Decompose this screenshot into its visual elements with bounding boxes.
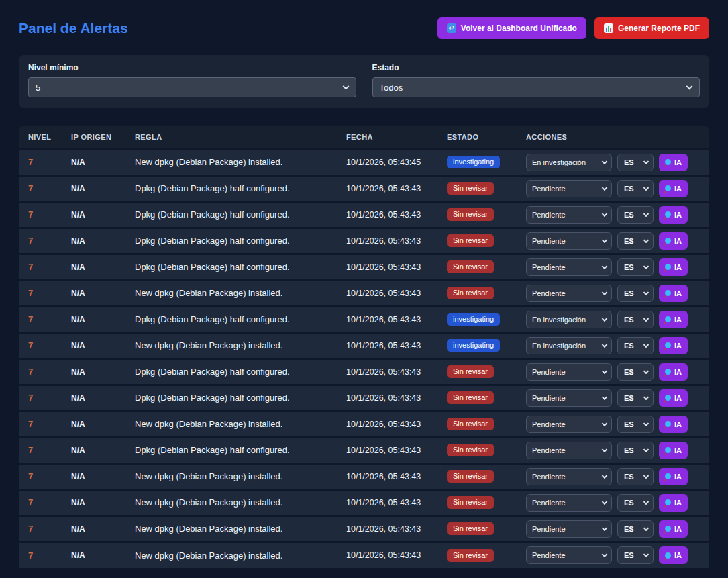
review-status-select[interactable]: Pendiente <box>526 546 612 564</box>
status-label: Estado <box>372 63 700 73</box>
ai-analyze-button[interactable]: IA <box>659 311 688 328</box>
min-level-label: Nivel mínimo <box>28 63 356 73</box>
alert-rule: Dpkg (Debian Package) half configured. <box>125 228 337 254</box>
alerts-table-container: NIVELIP ORIGENREGLAFECHAESTADOACCIONES 7… <box>19 126 709 568</box>
magnifier-icon <box>665 185 671 191</box>
alert-date: 10/1/2026, 05:43:43 <box>337 332 437 358</box>
review-status-select[interactable]: En investigación <box>526 311 612 328</box>
ai-analyze-button[interactable]: IA <box>659 180 688 197</box>
language-select[interactable]: ES <box>617 232 654 250</box>
ai-analyze-button[interactable]: IA <box>659 546 688 564</box>
language-select[interactable]: ES <box>617 337 654 354</box>
language-select[interactable]: ES <box>617 285 654 302</box>
review-status-select[interactable]: Pendiente <box>526 468 612 485</box>
alert-row: 7N/ADpkg (Debian Package) half configure… <box>19 437 709 463</box>
alert-actions-cell: En investigaciónESIA <box>517 149 709 175</box>
review-status-select[interactable]: En investigación <box>526 337 612 354</box>
language-select[interactable]: ES <box>617 494 654 512</box>
language-select[interactable]: ES <box>617 258 654 276</box>
review-status-select[interactable]: Pendiente <box>526 363 612 381</box>
review-status-select[interactable]: Pendiente <box>526 258 612 276</box>
language-select[interactable]: ES <box>617 416 654 433</box>
alert-actions-cell: PendienteESIA <box>517 516 709 542</box>
ai-button-label: IA <box>674 368 682 376</box>
ai-analyze-button[interactable]: IA <box>659 363 688 381</box>
alert-level: 7 <box>19 228 62 254</box>
language-select[interactable]: ES <box>617 520 654 538</box>
status-select[interactable]: Todos <box>372 77 700 97</box>
alert-level: 7 <box>19 542 62 568</box>
review-status-select[interactable]: Pendiente <box>526 442 612 459</box>
review-status-select[interactable]: Pendiente <box>526 389 612 407</box>
alert-row: 7N/ANew dpkg (Debian Package) installed.… <box>19 463 709 489</box>
ai-analyze-button[interactable]: IA <box>659 389 688 407</box>
min-level-select[interactable]: 5 <box>28 77 356 97</box>
ai-analyze-button[interactable]: IA <box>659 232 688 250</box>
ai-analyze-button[interactable]: IA <box>659 416 688 433</box>
alert-level: 7 <box>19 463 62 489</box>
alert-source-ip: N/A <box>62 254 125 280</box>
language-select[interactable]: ES <box>617 363 654 381</box>
alert-rule: New dpkg (Debian Package) installed. <box>125 332 337 358</box>
review-status-select[interactable]: En investigación <box>526 154 612 171</box>
ai-button-label: IA <box>674 237 682 245</box>
ai-analyze-button[interactable]: IA <box>659 494 688 512</box>
ai-button-label: IA <box>674 289 682 297</box>
ai-analyze-button[interactable]: IA <box>659 258 688 276</box>
ai-button-label: IA <box>674 158 682 166</box>
alert-level: 7 <box>19 516 62 542</box>
review-status-select[interactable]: Pendiente <box>526 494 612 512</box>
ai-button-label: IA <box>674 342 682 350</box>
alert-actions-cell: En investigaciónESIA <box>517 306 709 332</box>
magnifier-icon <box>665 211 671 218</box>
ai-button-label: IA <box>674 551 682 559</box>
language-select[interactable]: ES <box>617 154 654 171</box>
alert-actions-cell: PendienteESIA <box>517 385 709 411</box>
alert-actions-cell: PendienteESIA <box>517 280 709 306</box>
generate-pdf-button[interactable]: Generar Reporte PDF <box>594 17 709 39</box>
ai-analyze-button[interactable]: IA <box>659 206 688 224</box>
language-select[interactable]: ES <box>617 206 654 224</box>
ai-analyze-button[interactable]: IA <box>659 285 688 302</box>
alert-source-ip: N/A <box>62 463 125 489</box>
alert-level: 7 <box>19 201 62 228</box>
alert-status-cell: Sin revisar <box>437 358 517 385</box>
alert-status-cell: Sin revisar <box>437 411 517 437</box>
language-select[interactable]: ES <box>617 468 654 485</box>
review-status-select[interactable]: Pendiente <box>526 232 612 250</box>
alert-actions-cell: PendienteESIA <box>517 175 709 201</box>
language-select[interactable]: ES <box>617 546 654 564</box>
page-title: Panel de Alertas <box>19 20 128 36</box>
ai-analyze-button[interactable]: IA <box>659 468 688 485</box>
alert-actions-cell: PendienteESIA <box>517 201 709 228</box>
alert-row: 7N/ANew dpkg (Debian Package) installed.… <box>19 516 709 542</box>
status-badge: Sin revisar <box>447 365 494 378</box>
review-status-select[interactable]: Pendiente <box>526 285 612 302</box>
language-select[interactable]: ES <box>617 180 654 197</box>
alert-source-ip: N/A <box>62 489 125 516</box>
alert-actions-cell: PendienteESIA <box>517 437 709 463</box>
ai-analyze-button[interactable]: IA <box>659 337 688 354</box>
ai-analyze-button[interactable]: IA <box>659 442 688 459</box>
language-select[interactable]: ES <box>617 311 654 328</box>
ai-analyze-button[interactable]: IA <box>659 154 688 171</box>
alert-status-cell: Sin revisar <box>437 254 517 280</box>
ai-button-label: IA <box>674 525 682 533</box>
alert-rule: Dpkg (Debian Package) half configured. <box>125 175 337 201</box>
review-status-select[interactable]: Pendiente <box>526 180 612 197</box>
back-to-dashboard-button[interactable]: ↩ Volver al Dashboard Unificado <box>437 17 586 39</box>
alert-row: 7N/ANew dpkg (Debian Package) installed.… <box>19 489 709 516</box>
magnifier-icon <box>665 342 671 348</box>
language-select[interactable]: ES <box>617 389 654 407</box>
review-status-select[interactable]: Pendiente <box>526 416 612 433</box>
magnifier-icon <box>665 159 671 165</box>
review-status-select[interactable]: Pendiente <box>526 206 612 224</box>
review-status-select[interactable]: Pendiente <box>526 520 612 538</box>
alert-status-cell: Sin revisar <box>437 175 517 201</box>
alert-date: 10/1/2026, 05:43:43 <box>337 306 437 332</box>
alert-source-ip: N/A <box>62 385 125 411</box>
language-select[interactable]: ES <box>617 442 654 459</box>
status-badge: Sin revisar <box>447 260 494 273</box>
alert-status-cell: Sin revisar <box>437 437 517 463</box>
ai-analyze-button[interactable]: IA <box>659 520 688 538</box>
